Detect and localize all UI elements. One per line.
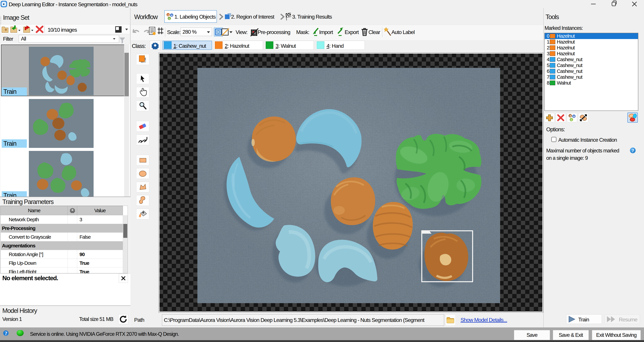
svg-text:?: ?	[632, 148, 634, 153]
svg-text:B: B	[573, 115, 575, 118]
svg-text:C: C	[571, 118, 572, 121]
svg-text:?: ?	[5, 330, 7, 336]
svg-text:A: A	[570, 115, 571, 117]
svg-text:B: B	[171, 14, 172, 16]
